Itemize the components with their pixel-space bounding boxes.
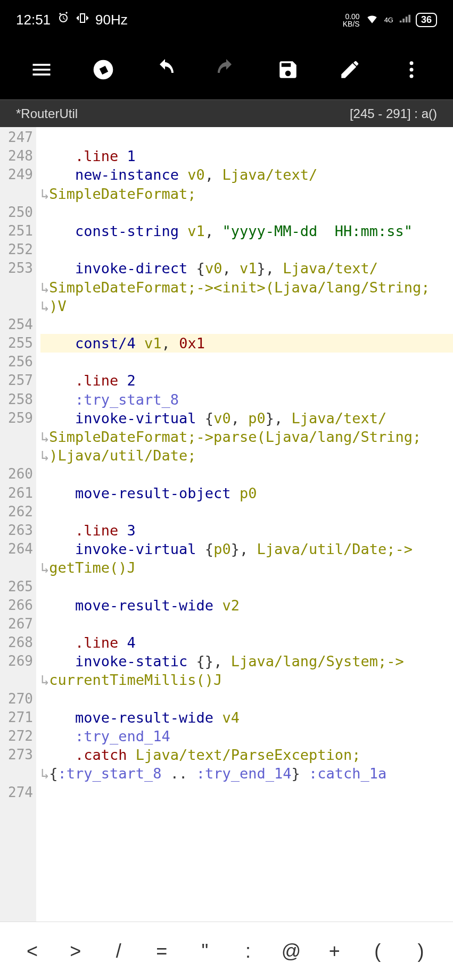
line-number xyxy=(0,671,33,689)
line-number xyxy=(0,278,33,297)
line-number: 267 xyxy=(0,615,33,633)
line-number: 252 xyxy=(0,240,33,259)
save-button[interactable] xyxy=(272,54,304,86)
status-bar: 12:51 90Hz 0.00 KB/S 4G 36 xyxy=(0,0,453,40)
line-number: 264 xyxy=(0,540,33,558)
line-number xyxy=(0,764,33,783)
line-number: 271 xyxy=(0,708,33,727)
menu-button[interactable] xyxy=(26,54,57,86)
line-number: 268 xyxy=(0,633,33,652)
redo-button[interactable] xyxy=(210,54,242,86)
line-number: 261 xyxy=(0,484,33,502)
alarm-icon xyxy=(57,12,70,28)
network-type: 4G xyxy=(384,16,393,24)
line-number: 265 xyxy=(0,577,33,596)
line-number: 274 xyxy=(0,783,33,802)
line-number: 263 xyxy=(0,521,33,540)
data-rate: 0.00 KB/S xyxy=(343,13,360,28)
symbol-key[interactable]: = xyxy=(146,940,178,962)
line-number: 257 xyxy=(0,371,33,390)
symbol-key[interactable]: @ xyxy=(275,940,307,962)
symbol-key[interactable]: ( xyxy=(361,940,393,962)
line-number: 266 xyxy=(0,596,33,615)
vibrate-icon xyxy=(76,12,89,28)
symbol-key[interactable]: : xyxy=(232,940,264,962)
wifi-icon xyxy=(365,12,379,28)
line-number xyxy=(0,185,33,203)
line-number: 248 xyxy=(0,147,33,165)
line-number: 249 xyxy=(0,165,33,184)
line-number xyxy=(0,428,33,446)
undo-button[interactable] xyxy=(149,54,181,86)
line-number: 273 xyxy=(0,746,33,764)
svg-point-3 xyxy=(409,74,413,78)
line-gutter: 2472482492502512522532542552562572582592… xyxy=(0,127,36,922)
line-number: 250 xyxy=(0,203,33,222)
line-number: 270 xyxy=(0,690,33,708)
svg-point-1 xyxy=(409,61,413,65)
line-number: 272 xyxy=(0,727,33,746)
signal-icon xyxy=(399,13,410,27)
svg-point-2 xyxy=(409,68,413,72)
line-number xyxy=(0,297,33,315)
symbol-key[interactable]: + xyxy=(318,940,350,962)
line-number: 251 xyxy=(0,222,33,240)
code-content[interactable]: .line 1 new-instance v0, Ljava/text/ ↳Si… xyxy=(36,127,453,922)
line-number: 255 xyxy=(0,334,33,353)
refresh-rate: 90Hz xyxy=(95,12,128,28)
line-number: 256 xyxy=(0,353,33,371)
line-number: 259 xyxy=(0,409,33,428)
line-number: 258 xyxy=(0,390,33,409)
line-number: 262 xyxy=(0,502,33,521)
symbol-key[interactable]: ) xyxy=(405,940,436,962)
code-area[interactable]: 2472482492502512522532542552562572582592… xyxy=(0,127,453,922)
line-number: 253 xyxy=(0,259,33,278)
battery-level: 36 xyxy=(416,13,437,27)
symbol-key[interactable]: " xyxy=(189,940,221,962)
toolbar xyxy=(0,40,453,99)
line-number: 247 xyxy=(0,128,33,147)
symbol-key[interactable]: > xyxy=(60,940,92,962)
line-number: 254 xyxy=(0,315,33,334)
status-time: 12:51 xyxy=(16,12,51,28)
symbol-key[interactable]: / xyxy=(103,940,135,962)
tab-location: [245 - 291] : a() xyxy=(350,106,437,121)
edit-button[interactable] xyxy=(334,54,366,86)
tab-name[interactable]: *RouterUtil xyxy=(16,106,78,121)
line-number xyxy=(0,446,33,465)
explore-button[interactable] xyxy=(87,54,119,86)
line-number: 260 xyxy=(0,465,33,483)
status-left: 12:51 90Hz xyxy=(16,12,128,28)
more-button[interactable] xyxy=(396,54,427,86)
symbol-keyboard: <>/=":@+() xyxy=(0,922,453,980)
status-right: 0.00 KB/S 4G 36 xyxy=(343,12,437,28)
line-number xyxy=(0,558,33,577)
line-number: 269 xyxy=(0,652,33,671)
tab-bar: *RouterUtil [245 - 291] : a() xyxy=(0,99,453,127)
symbol-key[interactable]: < xyxy=(17,940,48,962)
